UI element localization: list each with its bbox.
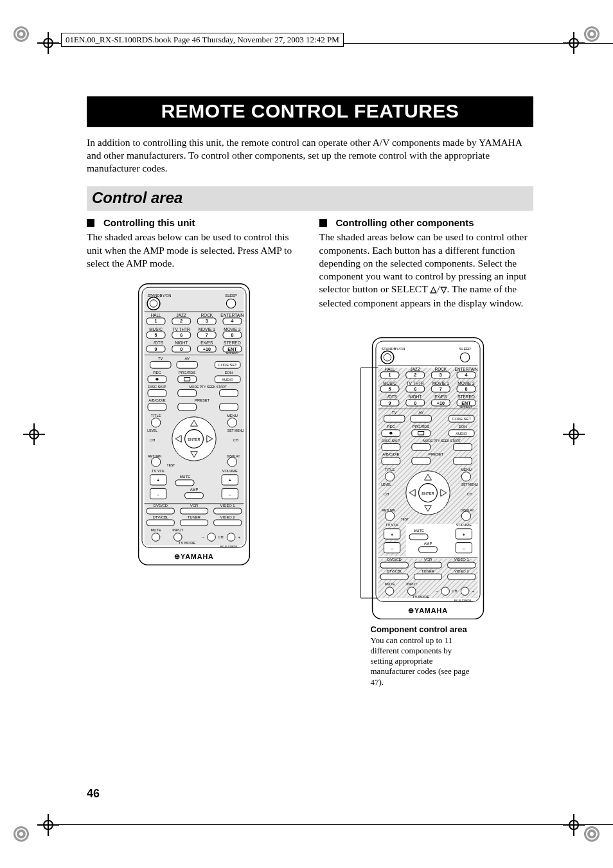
intro-paragraph: In addition to controlling this unit, th… xyxy=(87,136,533,175)
annotation-title: Component control area xyxy=(371,624,474,635)
svg-text:EON: EON xyxy=(225,371,233,375)
svg-text:VIDEO 2: VIDEO 2 xyxy=(220,515,235,519)
svg-rect-65 xyxy=(150,361,170,368)
right-body: The shaded areas below can be used to co… xyxy=(319,231,534,310)
svg-text:EX/ES: EX/ES xyxy=(434,394,447,399)
svg-text:MUSIC: MUSIC xyxy=(383,381,396,385)
left-body: The shaded areas below can be used to co… xyxy=(87,231,301,269)
svg-point-160 xyxy=(381,351,394,364)
svg-text:ENTERTAIN: ENTERTAIN xyxy=(454,367,477,371)
svg-text:2: 2 xyxy=(414,373,416,378)
page-number: 46 xyxy=(87,787,100,801)
svg-text:5: 5 xyxy=(154,332,157,338)
svg-text:REC: REC xyxy=(387,425,395,429)
svg-rect-222 xyxy=(453,444,472,451)
svg-rect-128 xyxy=(213,508,241,514)
svg-rect-270 xyxy=(380,574,408,580)
svg-point-23 xyxy=(226,299,235,308)
svg-text:STANDBY/ON: STANDBY/ON xyxy=(381,348,405,351)
svg-text:TV THTR: TV THTR xyxy=(406,381,424,385)
svg-text:+: + xyxy=(228,477,231,483)
svg-point-244 xyxy=(385,511,394,520)
svg-text:CH: CH xyxy=(218,535,223,539)
svg-text:MENU: MENU xyxy=(460,468,471,472)
svg-text:DTV/CBL: DTV/CBL xyxy=(152,515,168,519)
svg-rect-274 xyxy=(447,574,475,580)
svg-rect-85 xyxy=(148,403,166,411)
svg-point-3 xyxy=(19,32,23,36)
svg-text:+: + xyxy=(157,477,159,483)
svg-text:VOLUME: VOLUME xyxy=(222,469,237,473)
svg-text:MODE PTY SEEK START: MODE PTY SEEK START xyxy=(189,385,226,389)
svg-text:EFFECT: EFFECT xyxy=(460,405,472,409)
svg-rect-255 xyxy=(409,534,428,540)
trim-line xyxy=(48,824,613,825)
svg-text:EX/ES: EX/ES xyxy=(200,341,213,345)
svg-rect-220 xyxy=(381,444,400,451)
svg-rect-66 xyxy=(177,361,197,368)
svg-point-15 xyxy=(590,832,594,836)
svg-text:MOVIE 2: MOVIE 2 xyxy=(224,327,241,332)
page: 01EN.00_RX-SL100RDS.book Page 46 Thursda… xyxy=(0,0,613,868)
svg-text:0: 0 xyxy=(414,400,416,406)
svg-text:DISC SKIP: DISC SKIP xyxy=(148,385,166,389)
svg-text:A/B/C/D/E: A/B/C/D/E xyxy=(382,453,399,457)
svg-text:⊕YAMAHA: ⊕YAMAHA xyxy=(408,607,448,615)
svg-text:CH: CH xyxy=(233,438,238,441)
svg-text:+10: +10 xyxy=(202,346,210,352)
svg-text:EON: EON xyxy=(458,425,466,429)
svg-text:ROCK: ROCK xyxy=(200,313,213,317)
svg-point-106 xyxy=(227,457,236,466)
section-heading: Control area xyxy=(87,186,533,211)
svg-text:PRG/RDS: PRG/RDS xyxy=(413,425,429,429)
svg-text:MOVIE 2: MOVIE 2 xyxy=(458,381,475,385)
svg-text:AMP: AMP xyxy=(190,488,199,492)
svg-text:+10: +10 xyxy=(436,400,444,406)
page-title: REMOTE CONTROL FEATURES xyxy=(87,96,533,127)
svg-text:+: + xyxy=(391,532,393,538)
remote-diagram-right: STANDBY/ON SLEEP HALL1JAZZ2ROCK3ENTERTAI… xyxy=(358,335,534,624)
svg-text:ENTER: ENTER xyxy=(422,492,434,495)
svg-point-137 xyxy=(152,533,160,542)
svg-text:VIDEO 1: VIDEO 1 xyxy=(220,504,235,508)
svg-text:MODE PTY SEEK START: MODE PTY SEEK START xyxy=(423,439,460,443)
svg-text:3: 3 xyxy=(439,373,441,378)
svg-text:VIDEO 1: VIDEO 1 xyxy=(454,558,468,562)
svg-text:AMP: AMP xyxy=(423,542,432,545)
svg-text:8: 8 xyxy=(231,332,233,338)
column-right: Controlling other components The shaded … xyxy=(319,217,534,624)
svg-text:ROCK: ROCK xyxy=(434,367,447,371)
svg-text:9: 9 xyxy=(154,346,157,352)
svg-text:1: 1 xyxy=(388,373,391,378)
svg-point-11 xyxy=(19,832,23,836)
svg-text:1: 1 xyxy=(154,318,157,324)
svg-text:VCR: VCR xyxy=(423,558,431,562)
svg-text:CH: CH xyxy=(150,438,155,441)
svg-text:NIGHT: NIGHT xyxy=(409,394,422,399)
svg-rect-205 xyxy=(384,416,404,423)
svg-text:4: 4 xyxy=(231,318,233,324)
svg-rect-130 xyxy=(147,520,174,526)
svg-rect-74 xyxy=(178,376,197,383)
svg-text:DISC SKIP: DISC SKIP xyxy=(382,439,400,443)
svg-text:ENTER: ENTER xyxy=(188,438,200,441)
svg-text:CH: CH xyxy=(452,589,457,593)
svg-rect-268 xyxy=(447,562,475,568)
svg-rect-121 xyxy=(184,493,203,499)
svg-rect-227 xyxy=(453,457,472,465)
svg-rect-272 xyxy=(414,574,441,580)
svg-rect-81 xyxy=(178,389,197,396)
svg-rect-214 xyxy=(411,430,430,437)
crop-cross-icon xyxy=(23,423,45,445)
svg-point-20 xyxy=(147,297,160,310)
svg-text:SLEEP: SLEEP xyxy=(459,348,471,351)
svg-rect-264 xyxy=(380,562,408,568)
svg-text:LEVEL: LEVEL xyxy=(147,429,157,432)
column-left: Controlling this unit The shaded areas b… xyxy=(87,217,301,624)
svg-text:JAZZ: JAZZ xyxy=(410,367,420,371)
subheading-controlling-unit: Controlling this unit xyxy=(87,217,301,228)
svg-text:ENTERTAIN: ENTERTAIN xyxy=(220,313,244,317)
svg-point-229 xyxy=(385,472,394,481)
bullet-square-icon xyxy=(87,219,94,227)
svg-text:PRG/RDS: PRG/RDS xyxy=(179,371,195,375)
